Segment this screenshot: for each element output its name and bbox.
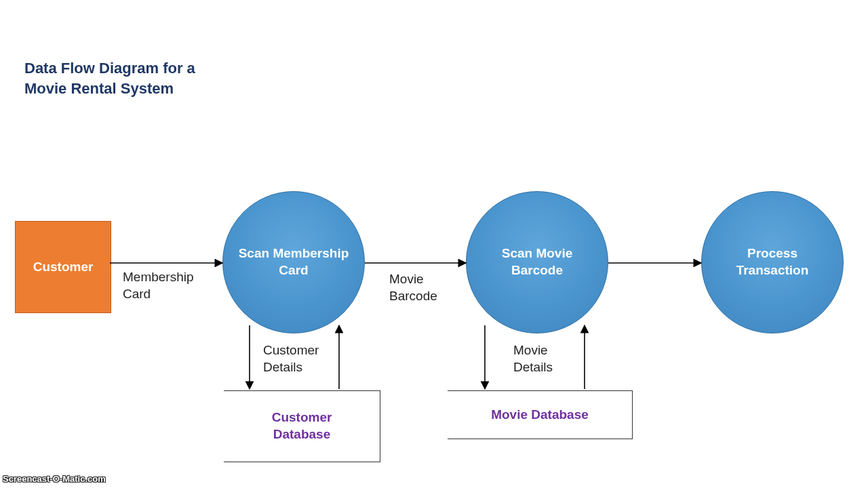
process-scan-membership-label: Scan Membership Card (235, 245, 352, 279)
datastore-customer-db-label: Customer Database (272, 409, 332, 443)
entity-customer-label: Customer (33, 260, 94, 274)
flow-membership-card: Membership Card (123, 269, 194, 302)
entity-customer: Customer (15, 221, 111, 313)
flow-movie-details: Movie Details (513, 342, 553, 375)
process-scan-membership: Scan Membership Card (222, 191, 365, 333)
diagram-title: Data Flow Diagram for a Movie Rental Sys… (24, 58, 195, 98)
process-process-transaction: Process Transaction (701, 191, 844, 333)
watermark: Screencast-O-Matic.com (3, 474, 106, 484)
datastore-movie-db-label: Movie Database (491, 407, 589, 424)
process-process-transaction-label: Process Transaction (714, 245, 831, 279)
process-scan-barcode: Scan Movie Barcode (466, 191, 608, 333)
flow-movie-barcode: Movie Barcode (389, 271, 437, 304)
process-scan-barcode-label: Scan Movie Barcode (479, 245, 595, 279)
datastore-movie-db: Movie Database (448, 390, 633, 439)
datastore-customer-db: Customer Database (224, 390, 380, 462)
flow-customer-details: Customer Details (263, 342, 319, 375)
